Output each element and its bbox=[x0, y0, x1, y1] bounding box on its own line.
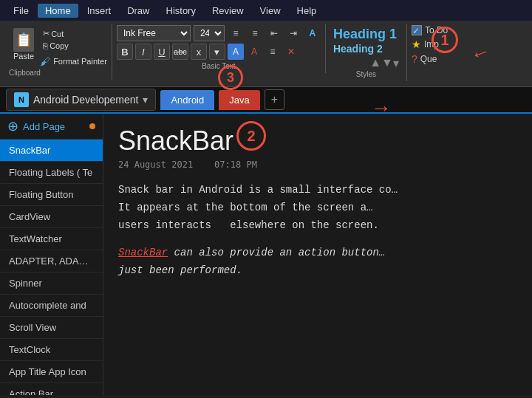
clipboard-group: 📋 Paste ✂ Cut ⎘ Copy 🖌 Format Painter Cl… bbox=[4, 24, 112, 80]
menu-review[interactable]: Review bbox=[205, 4, 251, 18]
menu-file[interactable]: File bbox=[6, 4, 36, 18]
sidebar: ⊕ Add Page SnackBar Floating Labels ( Te… bbox=[0, 114, 103, 395]
notebook-icon: N bbox=[14, 92, 29, 107]
todo-item[interactable]: ✓ To Do bbox=[412, 25, 448, 35]
sidebar-item-floating-labels[interactable]: Floating Labels ( Te bbox=[0, 162, 103, 184]
heading2-style[interactable]: Heading 2 bbox=[333, 43, 399, 55]
paste-button[interactable]: 📋 Paste bbox=[9, 25, 38, 64]
body-paragraph-2: SnackBar can also provide an action butt… bbox=[118, 244, 517, 280]
highlight-color[interactable]: A bbox=[228, 44, 244, 60]
menu-bar: File Home Insert Draw History Review Vie… bbox=[0, 0, 532, 21]
add-tab-button[interactable]: + bbox=[265, 89, 284, 110]
styles-group: Heading 1 Heading 2 ▲ ▼ ▾ Styles bbox=[326, 24, 407, 81]
strikethrough-button[interactable]: abc bbox=[172, 44, 188, 60]
sidebar-item-floating-button[interactable]: Floating Button bbox=[0, 184, 103, 206]
page-title: SnackBar bbox=[118, 126, 517, 157]
star-icon: ★ bbox=[412, 38, 421, 50]
indent-decrease[interactable]: ⇤ bbox=[266, 25, 282, 41]
sidebar-item-textclock[interactable]: TextClock bbox=[0, 339, 103, 361]
sidebar-item-cardview[interactable]: CardView bbox=[0, 206, 103, 228]
menu-help[interactable]: Help bbox=[290, 4, 324, 18]
todo-checkbox[interactable]: ✓ bbox=[412, 25, 422, 35]
add-page-button[interactable]: ⊕ Add Page bbox=[0, 114, 103, 140]
main-content: 2 ← SnackBar 24 August 2021 07:18 PM Sna… bbox=[103, 114, 532, 395]
basic-text-group: Ink Free 24 ≡ ≡ ⇤ ⇥ A B I U abc x ▾ A A … bbox=[112, 24, 326, 73]
indent-increase[interactable]: ⇥ bbox=[285, 25, 301, 41]
tab-java[interactable]: Java bbox=[219, 90, 259, 110]
tab-android[interactable]: Android bbox=[160, 90, 214, 110]
question-item[interactable]: ? Que bbox=[412, 53, 448, 65]
basic-text-label: Basic Text bbox=[117, 62, 321, 70]
content-area: ⊕ Add Page SnackBar Floating Labels ( Te… bbox=[0, 114, 532, 395]
list-button-1[interactable]: ≡ bbox=[228, 25, 244, 41]
styles-scroll-up[interactable]: ▲ bbox=[369, 56, 381, 70]
menu-view[interactable]: View bbox=[253, 4, 288, 18]
page-meta: 24 August 2021 07:18 PM bbox=[118, 159, 517, 170]
checklist-group: ✓ To Do ★ Imp ? Que bbox=[407, 24, 452, 68]
styles-expand[interactable]: ▾ bbox=[393, 56, 399, 70]
bold-button[interactable]: B bbox=[117, 44, 133, 60]
add-icon: ⊕ bbox=[7, 118, 18, 134]
sidebar-item-actionbar[interactable]: Action Bar bbox=[0, 383, 103, 395]
arrow-to-circle1: ← bbox=[466, 38, 494, 68]
notebook-title[interactable]: N Android Developement ▾ bbox=[6, 89, 156, 111]
sidebar-item-snackbar[interactable]: SnackBar bbox=[0, 140, 103, 162]
subscript-button[interactable]: x bbox=[191, 44, 207, 60]
copy-icon: ⎘ bbox=[43, 41, 48, 50]
text-highlight[interactable]: A bbox=[304, 25, 321, 41]
menu-history[interactable]: History bbox=[159, 4, 203, 18]
page-body: Snack bar in Android is a small interfac… bbox=[118, 182, 517, 280]
italic-button[interactable]: I bbox=[135, 44, 151, 60]
body-paragraph-1: Snack bar in Android is a small interfac… bbox=[118, 182, 517, 234]
sidebar-item-adapter[interactable]: ADAPTER, ADAPTE bbox=[0, 250, 103, 272]
sidebar-item-apptitle[interactable]: App Title App Icon bbox=[0, 361, 103, 383]
important-item[interactable]: ★ Imp bbox=[412, 38, 448, 50]
sidebar-item-spinner[interactable]: Spinner bbox=[0, 272, 103, 295]
paintbrush-icon: 🖌 bbox=[40, 55, 50, 67]
sidebar-item-scrollview[interactable]: Scroll View bbox=[0, 317, 103, 339]
menu-draw[interactable]: Draw bbox=[120, 4, 157, 18]
ribbon: 📋 Paste ✂ Cut ⎘ Copy 🖌 Format Painter Cl… bbox=[0, 21, 532, 87]
styles-scroll-down[interactable]: ▼ bbox=[381, 56, 393, 70]
more-format-button[interactable]: ▾ bbox=[209, 44, 225, 60]
clipboard-label: Clipboard bbox=[9, 69, 41, 77]
clear-format[interactable]: ✕ bbox=[283, 44, 299, 60]
underline-button[interactable]: U bbox=[154, 44, 170, 60]
sidebar-item-textwatcher[interactable]: TextWatcher bbox=[0, 228, 103, 250]
styles-label: Styles bbox=[333, 70, 399, 78]
font-size-select[interactable]: 24 bbox=[194, 25, 225, 41]
sidebar-item-autocomplete[interactable]: Autocomplete and bbox=[0, 295, 103, 317]
menu-home[interactable]: Home bbox=[38, 4, 78, 18]
format-painter-button[interactable]: 🖌 Format Painter bbox=[40, 55, 107, 67]
snackbar-link: SnackBar bbox=[118, 247, 168, 258]
font-color[interactable]: A bbox=[246, 44, 262, 60]
tab-bar: N Android Developement ▾ Android Java + … bbox=[0, 87, 532, 114]
font-family-select[interactable]: Ink Free bbox=[117, 25, 191, 41]
menu-insert[interactable]: Insert bbox=[80, 4, 119, 18]
list-button-2[interactable]: ≡ bbox=[247, 25, 263, 41]
question-icon: ? bbox=[412, 53, 417, 65]
copy-button[interactable]: ⎘ Copy bbox=[40, 41, 107, 51]
notebook-dropdown-icon[interactable]: ▾ bbox=[143, 94, 148, 106]
add-page-dot bbox=[89, 123, 95, 129]
align-left[interactable]: ≡ bbox=[265, 44, 281, 60]
heading1-style[interactable]: Heading 1 bbox=[333, 27, 399, 43]
scissors-icon: ✂ bbox=[43, 29, 50, 38]
cut-button[interactable]: ✂ Cut bbox=[40, 28, 107, 39]
paste-icon: 📋 bbox=[13, 28, 34, 52]
